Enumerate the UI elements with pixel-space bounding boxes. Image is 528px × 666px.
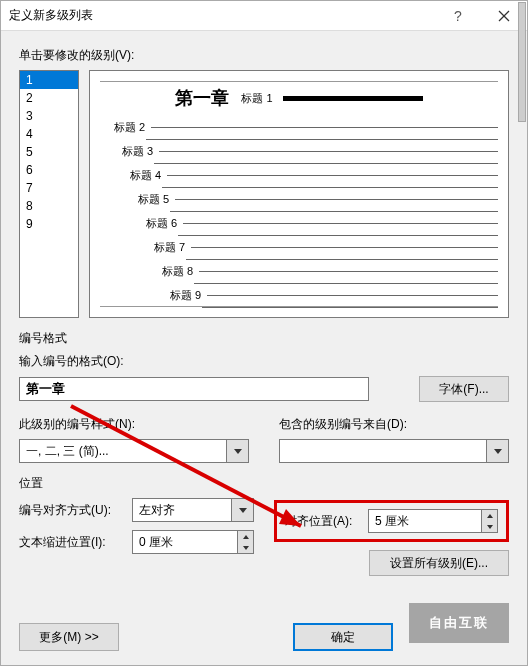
- text-indent-spinner[interactable]: 0 厘米: [132, 530, 254, 554]
- preview-row: 标题 5: [100, 192, 498, 207]
- titlebar: 定义新多级列表 ?: [1, 1, 527, 31]
- preview-main-label: 第一章: [175, 86, 229, 110]
- level-item-4[interactable]: 4: [20, 125, 78, 143]
- help-button[interactable]: ?: [435, 1, 481, 31]
- level-item-3[interactable]: 3: [20, 107, 78, 125]
- align-mode-select[interactable]: 左对齐: [132, 498, 254, 522]
- level-item-9[interactable]: 9: [20, 215, 78, 233]
- chevron-down-icon: [227, 439, 249, 463]
- font-button[interactable]: 字体(F)...: [419, 376, 509, 402]
- spinner-down-icon[interactable]: [482, 521, 497, 532]
- spinner-up-icon[interactable]: [238, 531, 253, 542]
- align-at-spinner[interactable]: 5 厘米: [368, 509, 498, 533]
- level-item-8[interactable]: 8: [20, 197, 78, 215]
- close-icon: [498, 10, 510, 22]
- set-all-levels-button[interactable]: 设置所有级别(E)...: [369, 550, 509, 576]
- text-indent-label: 文本缩进位置(I):: [19, 534, 124, 551]
- ok-button[interactable]: 确定: [293, 623, 393, 651]
- include-from-select[interactable]: [279, 439, 509, 463]
- level-item-6[interactable]: 6: [20, 161, 78, 179]
- level-item-5[interactable]: 5: [20, 143, 78, 161]
- more-button[interactable]: 更多(M) >>: [19, 623, 119, 651]
- level-item-7[interactable]: 7: [20, 179, 78, 197]
- number-format-group-label: 编号格式: [19, 330, 509, 347]
- watermark-overlay: 自由互联: [409, 603, 509, 643]
- include-from-label: 包含的级别编号来自(D):: [279, 416, 509, 433]
- preview-row: 标题 7: [100, 240, 498, 255]
- preview-row: 标题 2: [100, 120, 498, 135]
- preview-row: 标题 4: [100, 168, 498, 183]
- style-label: 此级别的编号样式(N):: [19, 416, 249, 433]
- preview-row: 标题 8: [100, 264, 498, 279]
- spinner-up-icon[interactable]: [482, 510, 497, 521]
- chevron-down-icon: [232, 498, 254, 522]
- level-list[interactable]: 123456789: [19, 70, 79, 318]
- level-item-2[interactable]: 2: [20, 89, 78, 107]
- highlight-box: 对齐位置(A): 5 厘米: [274, 500, 509, 542]
- preview-row: 标题 6: [100, 216, 498, 231]
- preview-main-sub: 标题 1: [241, 91, 272, 106]
- format-input[interactable]: [19, 377, 369, 401]
- level-item-1[interactable]: 1: [20, 71, 78, 89]
- chevron-down-icon: [487, 439, 509, 463]
- preview-row: 标题 9: [100, 288, 498, 303]
- preview-main-bar: [283, 96, 423, 101]
- align-at-label: 对齐位置(A):: [285, 513, 360, 530]
- style-select[interactable]: 一, 二, 三 (简)...: [19, 439, 249, 463]
- window-title: 定义新多级列表: [9, 7, 435, 24]
- align-mode-label: 编号对齐方式(U):: [19, 502, 124, 519]
- click-level-label: 单击要修改的级别(V):: [19, 47, 509, 64]
- position-group-label: 位置: [19, 475, 509, 492]
- preview-row: 标题 3: [100, 144, 498, 159]
- enter-format-label: 输入编号的格式(O):: [19, 353, 509, 370]
- preview-pane: 第一章 标题 1 标题 2标题 3标题 4标题 5标题 6标题 7标题 8标题 …: [89, 70, 509, 318]
- spinner-down-icon[interactable]: [238, 542, 253, 553]
